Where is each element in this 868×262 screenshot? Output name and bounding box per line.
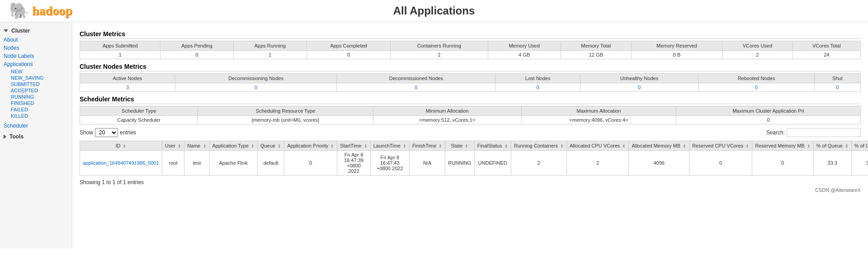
sidebar-subitem-submitted[interactable]: SUBMITTED: [0, 81, 72, 87]
col-queue[interactable]: Queue ⇕: [258, 141, 284, 151]
sidebar-subitem-new[interactable]: NEW: [0, 68, 72, 75]
about-link[interactable]: About: [4, 37, 18, 43]
sort-icon-name: ⇕: [203, 144, 207, 148]
scheduler-metrics-table: Scheduler Type Scheduling Resource Type …: [80, 106, 861, 124]
cell-app-type: Apache Flink: [209, 151, 258, 176]
applications-link[interactable]: Applications: [4, 61, 33, 67]
val-memory-reserved: 0 B: [631, 51, 722, 59]
val-decommissioning-nodes: 0: [175, 83, 336, 92]
val-max-allocation: <memory:4096, vCores:4>: [521, 116, 676, 124]
col-shut-nodes: Shut: [814, 74, 860, 83]
sidebar-item-nodelabels[interactable]: Node Labels: [0, 52, 72, 60]
col-application-type[interactable]: Application Type ⇕: [209, 141, 258, 151]
val-active-nodes: 3: [80, 83, 175, 92]
new-link[interactable]: NEW: [11, 69, 23, 74]
search-input[interactable]: [787, 128, 861, 137]
sidebar-subitem-running[interactable]: RUNNING: [0, 94, 72, 100]
sidebar-cluster-toggle[interactable]: Cluster: [0, 26, 72, 36]
col-pct-queue[interactable]: % of Queue ⇕: [813, 141, 851, 151]
val-apps-pending: 0: [160, 51, 233, 59]
submitted-link[interactable]: SUBMITTED: [11, 81, 40, 87]
entries-select[interactable]: 10 20 50 100: [95, 128, 118, 137]
main-layout: Cluster About Nodes Node Labels Applicat…: [0, 22, 868, 248]
sort-icon-launch: ⇕: [403, 144, 406, 148]
page-title: All Applications: [393, 5, 475, 17]
col-user[interactable]: User ⇕: [162, 141, 184, 151]
val-apps-submitted: 1: [80, 51, 160, 59]
sidebar-subitem-killed[interactable]: KILLED: [0, 113, 72, 119]
sort-icon-alloc-mem: ⇕: [683, 144, 686, 148]
finished-link[interactable]: FINISHED: [11, 100, 34, 106]
val-apps-running: 1: [233, 51, 307, 59]
val-vcores-total: 24: [793, 51, 860, 59]
footer-info: Showing 1 to 1 of 1 entries: [80, 179, 861, 186]
sidebar-item-scheduler[interactable]: Scheduler: [0, 122, 72, 130]
scheduler-link[interactable]: Scheduler: [4, 123, 28, 129]
sort-icon-priority: ⇕: [330, 144, 334, 148]
entries-label: entries: [120, 129, 136, 136]
app-table-header-row: ID ⇕ User ⇕ Name ⇕ Application Type ⇕ Qu…: [80, 141, 868, 151]
col-active-nodes: Active Nodes: [80, 74, 175, 83]
elephant-icon: 🐘: [9, 1, 29, 20]
col-memory-reserved: Memory Reserved: [631, 41, 722, 51]
cell-start-time: Fri Apr 816:47:39+08002022: [337, 151, 370, 176]
cell-queue: default: [258, 151, 284, 176]
cell-pct-queue: 33.3: [813, 151, 851, 176]
failed-link[interactable]: FAILED: [11, 107, 28, 112]
col-finish-time[interactable]: FinishTime ⇕: [409, 141, 445, 151]
val-containers-running: 2: [391, 51, 488, 59]
killed-link[interactable]: KILLED: [11, 113, 28, 119]
col-application-priority[interactable]: Application Priority ⇕: [284, 141, 337, 151]
col-max-allocation: Maximum Allocation: [521, 106, 676, 116]
col-unhealthy-nodes: Unhealthy Nodes: [580, 74, 698, 83]
col-final-status[interactable]: FinalStatus ⇕: [474, 141, 511, 151]
sidebar-cluster-section: Cluster About Nodes Node Labels Applicat…: [0, 26, 72, 130]
hadoop-logo-text: hadoop: [32, 4, 72, 18]
app-id-link[interactable]: application_1649407491986_0001: [83, 160, 159, 166]
cell-reserved-mem: 0: [752, 151, 813, 176]
cluster-metrics-header-row: Apps Submitted Apps Pending Apps Running…: [80, 41, 861, 51]
col-reserved-cpu[interactable]: Reserved CPU VCores ⇕: [689, 141, 752, 151]
val-scheduling-resource-type: [memory-mb (unit=Mi), vcores]: [198, 116, 373, 124]
col-reserved-mem[interactable]: Reserved Memory MB ⇕: [752, 141, 813, 151]
show-label: Show: [80, 129, 93, 136]
sort-icon-alloc-cpu: ⇕: [622, 144, 626, 148]
cell-alloc-mem: 4096: [629, 151, 689, 176]
nodes-link[interactable]: Nodes: [4, 45, 19, 51]
col-memory-total: Memory Total: [561, 41, 631, 51]
running-link[interactable]: RUNNING: [11, 94, 34, 100]
search-area: Search:: [766, 128, 861, 137]
sidebar-subitem-new-saving[interactable]: NEW_SAVING: [0, 75, 72, 81]
nodelabels-link[interactable]: Node Labels: [4, 53, 34, 59]
sidebar-item-applications[interactable]: Applications: [0, 60, 72, 68]
sidebar-cluster-label: Cluster: [11, 28, 30, 34]
col-name[interactable]: Name ⇕: [184, 141, 209, 151]
sidebar-subitem-finished[interactable]: FINISHED: [0, 100, 72, 106]
show-entries-left: Show 10 20 50 100 entries: [80, 128, 136, 137]
col-start-time[interactable]: StartTime ⇕: [337, 141, 370, 151]
col-id[interactable]: ID ⇕: [80, 141, 162, 151]
col-pct-cluster[interactable]: % of Cluster ⇕: [851, 141, 868, 151]
new-saving-link[interactable]: NEW_SAVING: [11, 75, 44, 81]
sort-icon-start: ⇕: [364, 144, 368, 148]
col-apps-completed: Apps Completed: [307, 41, 390, 51]
col-state[interactable]: State ⇕: [445, 141, 474, 151]
sidebar-subitem-failed[interactable]: FAILED: [0, 106, 72, 113]
accepted-link[interactable]: ACCEPTED: [11, 88, 38, 93]
cell-user: root: [162, 151, 184, 176]
val-memory-total: 12 GB: [561, 51, 631, 59]
tools-label: Tools: [9, 133, 24, 140]
cluster-nodes-data-row: 3 0 0 0 0 0 0: [80, 83, 861, 92]
sidebar-subitem-accepted[interactable]: ACCEPTED: [0, 87, 72, 94]
sort-icon-reserved-mem: ⇕: [807, 144, 811, 148]
col-launch-time[interactable]: LaunchTime ⇕: [370, 141, 409, 151]
applications-table: ID ⇕ User ⇕ Name ⇕ Application Type ⇕ Qu…: [80, 141, 868, 176]
col-apps-pending: Apps Pending: [160, 41, 233, 51]
sidebar-tools-toggle[interactable]: Tools: [0, 132, 72, 142]
col-running-containers[interactable]: Running Containers ⇕: [511, 141, 566, 151]
col-alloc-cpu[interactable]: Allocated CPU VCores ⇕: [567, 141, 629, 151]
col-alloc-mem[interactable]: Allocated Memory MB ⇕: [629, 141, 689, 151]
sidebar-item-about[interactable]: About: [0, 36, 72, 44]
sidebar-item-nodes[interactable]: Nodes: [0, 44, 72, 52]
scheduler-metrics-header-row: Scheduler Type Scheduling Resource Type …: [80, 106, 861, 116]
